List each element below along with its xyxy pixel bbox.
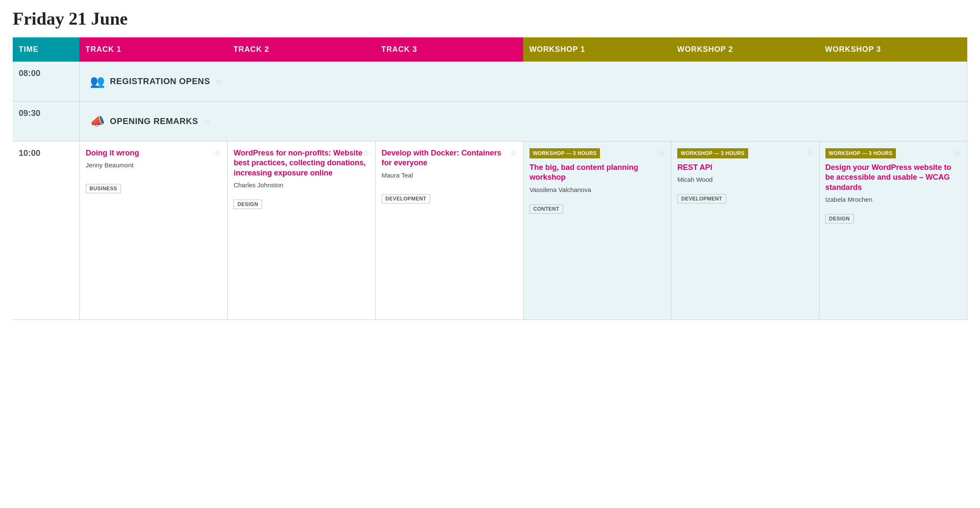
track2-star[interactable]: ☆ [363, 148, 369, 158]
ws3-star[interactable]: ☆ [954, 148, 961, 158]
header-track3: TRACK 3 [375, 37, 523, 62]
opening-star[interactable]: ☆ [203, 117, 210, 126]
track3-speaker: Maura Teal [382, 172, 517, 179]
track2-title[interactable]: WordPress for non-profits: Website best … [234, 148, 369, 178]
session-ws2: WORKSHOP — 3 HOURS ☆ REST API Micah Wood… [671, 141, 819, 320]
session-track3: ☆ Develop with Docker: Containers for ev… [375, 141, 523, 320]
ws2-tag: DEVELOPMENT [677, 194, 726, 203]
session-ws3: WORKSHOP — 3 HOURS ☆ Design your WordPre… [819, 141, 967, 320]
opening-icon: 📣 [90, 114, 105, 128]
ws1-tag: CONTENT [529, 204, 563, 214]
ws1-speaker: Vassilena Valchanova [529, 186, 665, 193]
session-ws1: WORKSHOP — 3 HOURS ☆ The big, bad conten… [523, 141, 671, 320]
track1-tag: BUSINESS [86, 184, 121, 193]
registration-star[interactable]: ☆ [215, 77, 222, 86]
registration-cell: 👥 REGISTRATION OPENS ☆ [79, 62, 967, 102]
opening-title: OPENING REMARKS [110, 116, 198, 126]
track1-speaker: Jenny Beaumont [86, 161, 221, 169]
time-0930: 09:30 [13, 102, 79, 141]
page-title: Friday 21 June [13, 8, 967, 29]
opening-event: 📣 OPENING REMARKS ☆ [86, 108, 961, 134]
ws3-badge: WORKSHOP — 3 HOURS [825, 148, 896, 158]
ws1-title[interactable]: The big, bad content planning workshop [529, 163, 665, 183]
track2-tag: DESIGN [234, 200, 262, 209]
ws1-star[interactable]: ☆ [658, 148, 665, 158]
track1-star[interactable]: ☆ [214, 148, 221, 158]
registration-title: REGISTRATION OPENS [110, 76, 210, 86]
ws3-title[interactable]: Design your WordPress website to be acce… [825, 163, 961, 192]
row-registration: 08:00 👥 REGISTRATION OPENS ☆ [13, 62, 967, 102]
header-track1: TRACK 1 [79, 37, 227, 62]
registration-event: 👥 REGISTRATION OPENS ☆ [86, 68, 961, 94]
ws2-speaker: Micah Wood [677, 176, 813, 183]
header-workshop2: WORKSHOP 2 [671, 37, 819, 62]
row-1000: 10:00 ☆ Doing it wrong Jenny Beaumont BU… [13, 141, 967, 320]
header-workshop3: WORKSHOP 3 [819, 37, 967, 62]
session-track1: ☆ Doing it wrong Jenny Beaumont BUSINESS [79, 141, 227, 320]
track3-star[interactable]: ☆ [510, 148, 517, 158]
track2-speaker: Charles Johnston [234, 181, 369, 189]
schedule-table: TIME TRACK 1 TRACK 2 TRACK 3 WORKSHOP 1 … [13, 37, 967, 320]
ws2-title[interactable]: REST API [677, 163, 813, 172]
track1-title[interactable]: Doing it wrong [86, 148, 221, 158]
opening-cell: 📣 OPENING REMARKS ☆ [79, 102, 967, 141]
track3-title[interactable]: Develop with Docker: Containers for ever… [382, 148, 517, 168]
header-time: TIME [13, 37, 79, 62]
header-workshop1: WORKSHOP 1 [523, 37, 671, 62]
track3-tag: DEVELOPMENT [382, 194, 431, 203]
header-row: TIME TRACK 1 TRACK 2 TRACK 3 WORKSHOP 1 … [13, 37, 967, 62]
session-track2: ☆ WordPress for non-profits: Website bes… [228, 141, 375, 320]
ws2-badge: WORKSHOP — 3 HOURS [677, 148, 748, 158]
ws3-speaker: Izabela Mrochen [825, 196, 961, 203]
time-1000: 10:00 [13, 141, 79, 320]
time-0800: 08:00 [13, 62, 79, 102]
ws2-star[interactable]: ☆ [806, 148, 813, 158]
ws1-badge: WORKSHOP — 3 HOURS [529, 148, 600, 158]
registration-icon: 👥 [90, 74, 105, 88]
ws3-tag: DESIGN [825, 214, 854, 223]
header-track2: TRACK 2 [228, 37, 375, 62]
row-opening: 09:30 📣 OPENING REMARKS ☆ [13, 102, 967, 141]
